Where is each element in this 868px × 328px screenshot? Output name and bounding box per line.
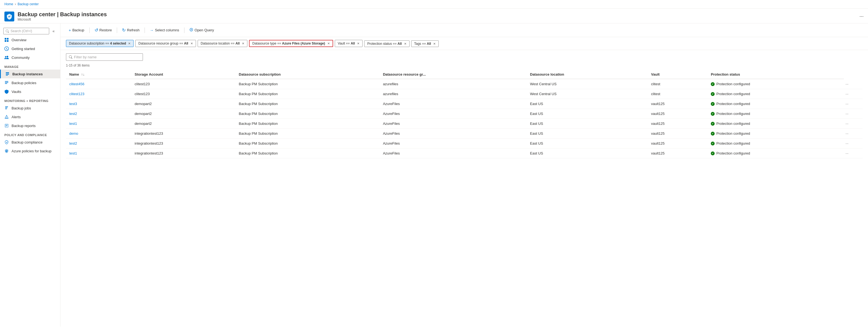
sidebar-item-azure-policies[interactable]: Azure policies for backup xyxy=(0,147,60,155)
cell-status: Protection configured xyxy=(708,99,844,109)
sidebar-item-label: Overview xyxy=(11,38,26,42)
restore-icon: ↺ xyxy=(95,28,98,33)
status-indicator xyxy=(711,151,715,155)
cell-name: test3 xyxy=(66,99,131,109)
status-indicator xyxy=(711,102,715,106)
sidebar-collapse-button[interactable]: « xyxy=(50,28,57,34)
refresh-button[interactable]: ↻ Refresh xyxy=(119,26,143,34)
table-row: demo integrationtest123 Backup PM Subscr… xyxy=(66,129,863,139)
filter-datasource-location[interactable]: Datasource location == All ✕ xyxy=(197,40,247,47)
svg-point-10 xyxy=(191,29,192,30)
col-datasource-resource-group[interactable]: Datasource resource gr... xyxy=(379,70,527,79)
filter-close-icon[interactable]: ✕ xyxy=(128,42,130,46)
cell-more[interactable]: ··· xyxy=(844,89,863,99)
cell-more[interactable]: ··· xyxy=(844,148,863,158)
table-row: test1 demopart2 Backup PM Subscription A… xyxy=(66,119,863,129)
toolbar-separator xyxy=(89,28,90,33)
filter-protection-status[interactable]: Protection status == All ✕ xyxy=(364,40,409,47)
sidebar-search-input[interactable] xyxy=(10,29,47,33)
svg-rect-1 xyxy=(7,38,8,39)
table-area: 1-15 of 36 items Name ↑↓ Storage Account… xyxy=(60,50,868,162)
backup-button[interactable]: + Backup xyxy=(66,27,87,34)
sidebar-item-overview[interactable]: Overview xyxy=(0,35,60,44)
sidebar-item-label: Getting started xyxy=(11,47,35,51)
sidebar-item-backup-compliance[interactable]: Backup compliance xyxy=(0,138,60,147)
cell-more[interactable]: ··· xyxy=(844,139,863,148)
cell-resource-group: azurefiles xyxy=(379,79,527,89)
cell-location: East US xyxy=(527,109,648,119)
sort-icon[interactable]: ↑↓ xyxy=(81,72,85,77)
filter-by-name-input-wrapper xyxy=(66,53,143,61)
cell-more[interactable]: ··· xyxy=(844,99,863,109)
col-protection-status[interactable]: Protection status xyxy=(708,70,844,79)
filter-datasource-resource-group[interactable]: Datasource resource group == All ✕ xyxy=(135,40,196,47)
main-content: + Backup ↺ Restore ↻ Refresh → Select co… xyxy=(60,23,868,327)
page-title: Backup center | Backup instances xyxy=(18,11,857,18)
cell-storage-account: integrationtest123 xyxy=(131,148,236,158)
cell-more[interactable]: ··· xyxy=(844,109,863,119)
cell-name: clitest456 xyxy=(66,79,131,89)
cell-resource-group: AzureFiles xyxy=(379,148,527,158)
col-datasource-location[interactable]: Datasource location xyxy=(527,70,648,79)
sidebar-item-backup-jobs[interactable]: Backup jobs xyxy=(0,103,60,113)
open-query-button[interactable]: Open Query xyxy=(187,26,217,34)
cell-status: Protection configured xyxy=(708,89,844,99)
cell-status: Protection configured xyxy=(708,148,844,158)
more-options-button[interactable]: ··· xyxy=(860,13,864,19)
sidebar-item-label: Alerts xyxy=(11,115,21,119)
cell-more[interactable]: ··· xyxy=(844,79,863,89)
toolbar-separator-3 xyxy=(145,28,145,33)
cell-location: East US xyxy=(527,139,648,148)
filter-by-name-input[interactable] xyxy=(74,55,140,59)
cell-status: Protection configured xyxy=(708,109,844,119)
page-subtitle: Microsoft xyxy=(18,18,857,22)
sidebar-item-getting-started[interactable]: Getting started xyxy=(0,44,60,53)
sidebar-item-backup-instances[interactable]: Backup instances xyxy=(0,69,60,78)
sidebar-item-backup-reports[interactable]: Backup reports xyxy=(0,121,60,130)
sidebar-item-backup-policies[interactable]: Backup policies xyxy=(0,78,60,87)
table-header-row: Name ↑↓ Storage Account Datasource subsc… xyxy=(66,70,863,79)
sidebar-item-vaults[interactable]: Vaults xyxy=(0,87,60,96)
sidebar-item-alerts[interactable]: Alerts xyxy=(0,113,60,121)
breadcrumb-home[interactable]: Home xyxy=(4,2,13,6)
filter-datasource-type[interactable]: Datasource type == Azure Files (Azure St… xyxy=(249,40,333,47)
filter-datasource-subscription[interactable]: Datasource subscription == 4 selected ✕ xyxy=(66,40,133,47)
toolbar: + Backup ↺ Restore ↻ Refresh → Select co… xyxy=(60,23,868,37)
backup-plus-icon: + xyxy=(69,28,71,32)
breadcrumb-current[interactable]: Backup center xyxy=(18,2,39,6)
col-datasource-subscription[interactable]: Datasource subscription xyxy=(236,70,379,79)
filter-close-icon[interactable]: ✕ xyxy=(404,42,406,46)
open-query-icon xyxy=(189,28,193,32)
status-text: Protection configured xyxy=(716,121,750,126)
vaults-icon xyxy=(4,89,9,94)
cell-location: West Central US xyxy=(527,89,648,99)
filter-close-icon[interactable]: ✕ xyxy=(433,42,436,46)
select-columns-button[interactable]: → Select columns xyxy=(147,27,182,34)
col-name[interactable]: Name ↑↓ xyxy=(66,70,131,79)
svg-rect-3 xyxy=(7,40,8,42)
sidebar-item-community[interactable]: Community xyxy=(0,53,60,62)
col-storage-account[interactable]: Storage Account xyxy=(131,70,236,79)
backup-instances-icon xyxy=(5,72,10,76)
manage-section-label: Manage xyxy=(0,62,60,69)
status-text: Protection configured xyxy=(716,141,750,145)
cell-name: test1 xyxy=(66,119,131,129)
cell-more[interactable]: ··· xyxy=(844,129,863,139)
filter-close-icon[interactable]: ✕ xyxy=(190,42,193,46)
filter-tags[interactable]: Tags == All ✕ xyxy=(411,40,439,47)
restore-button[interactable]: ↺ Restore xyxy=(92,26,115,34)
cell-storage-account: demopart2 xyxy=(131,99,236,109)
filter-close-icon[interactable]: ✕ xyxy=(242,42,244,46)
col-vault[interactable]: Vault xyxy=(648,70,708,79)
cell-resource-group: AzureFiles xyxy=(379,139,527,148)
cell-storage-account: integrationtest123 xyxy=(131,129,236,139)
filter-vault[interactable]: Vault == All ✕ xyxy=(335,40,363,47)
cell-more[interactable]: ··· xyxy=(844,119,863,129)
cell-name: clitest123 xyxy=(66,89,131,99)
cell-location: East US xyxy=(527,119,648,129)
filter-close-icon[interactable]: ✕ xyxy=(357,42,360,46)
status-text: Protection configured xyxy=(716,92,750,96)
cell-vault: vault125 xyxy=(648,119,708,129)
filter-close-icon[interactable]: ✕ xyxy=(328,42,330,46)
status-indicator xyxy=(711,82,715,86)
